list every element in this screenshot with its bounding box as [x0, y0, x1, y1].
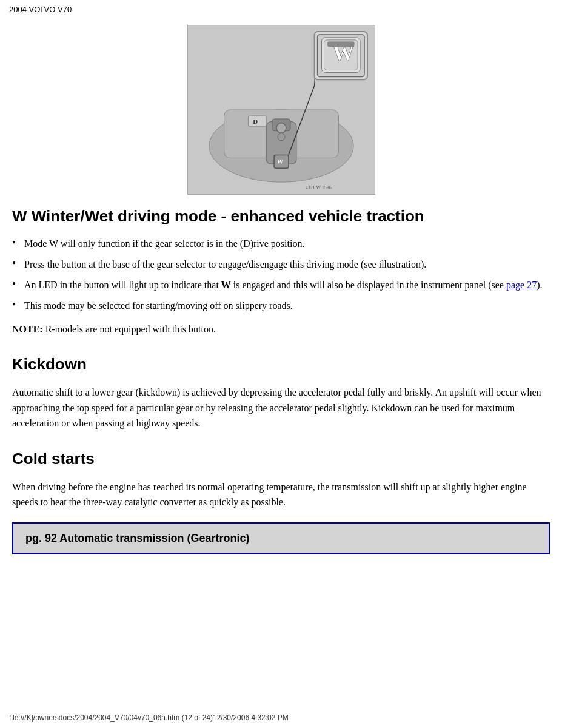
- bullet-item-2: Press the button at the base of the gear…: [12, 257, 550, 272]
- car-image-container: D W W: [12, 25, 550, 195]
- note-paragraph: NOTE: R-models are not equipped with thi…: [12, 322, 550, 337]
- svg-text:D: D: [253, 118, 258, 125]
- svg-text:4321 W 1596: 4321 W 1596: [305, 185, 331, 190]
- svg-point-6: [278, 133, 285, 141]
- page-footer: file:///K|/ownersdocs/2004/2004_V70/04v7…: [0, 713, 562, 722]
- section3-heading: Cold starts: [12, 450, 550, 468]
- section1-heading: W Winter/Wet driving mode - enhanced veh…: [12, 207, 550, 226]
- main-content: D W W: [0, 19, 562, 591]
- nav-box[interactable]: pg. 92 Automatic transmission (Geartroni…: [12, 522, 550, 554]
- kickdown-body: Automatic shift to a lower gear (kickdow…: [12, 385, 550, 431]
- car-image: D W W: [187, 25, 375, 195]
- cold-starts-body: When driving before the engine has reach…: [12, 479, 550, 510]
- bullet-item-1: Mode W will only function if the gear se…: [12, 237, 550, 251]
- note-body: R-models are not equipped with this butt…: [45, 324, 216, 334]
- svg-rect-18: [327, 42, 354, 47]
- svg-point-5: [276, 123, 286, 133]
- footer-text: file:///K|/ownersdocs/2004/2004_V70/04v7…: [9, 713, 289, 722]
- page-header: 2004 VOLVO V70: [0, 0, 562, 19]
- note-label: NOTE:: [12, 324, 43, 334]
- bullet-item-3: An LED in the button will light up to in…: [12, 278, 550, 292]
- bullet-list: Mode W will only function if the gear se…: [12, 237, 550, 313]
- svg-text:W: W: [277, 158, 283, 165]
- w-bold: W: [221, 280, 231, 290]
- nav-box-text: pg. 92 Automatic transmission (Geartroni…: [25, 532, 249, 544]
- header-title: 2004 VOLVO V70: [9, 5, 72, 14]
- bullet-item-4: This mode may be selected for starting/m…: [12, 298, 550, 313]
- section2-heading: Kickdown: [12, 355, 550, 374]
- page27-link[interactable]: page 27: [506, 280, 537, 290]
